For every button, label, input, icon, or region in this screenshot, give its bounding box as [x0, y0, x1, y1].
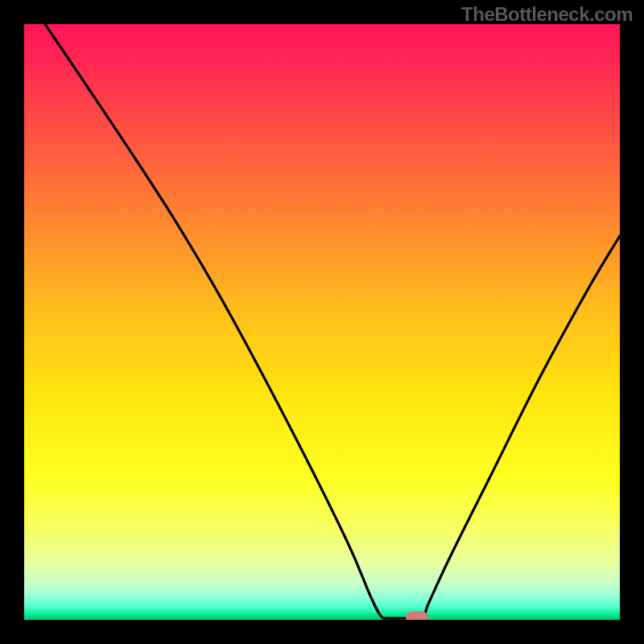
curve-svg: [24, 24, 620, 620]
watermark-text: TheBottleneck.com: [461, 3, 633, 26]
optimum-marker: [406, 612, 428, 621]
bottleneck-curve: [45, 24, 620, 620]
chart-container: TheBottleneck.com: [0, 0, 644, 644]
plot-area: [24, 24, 620, 620]
